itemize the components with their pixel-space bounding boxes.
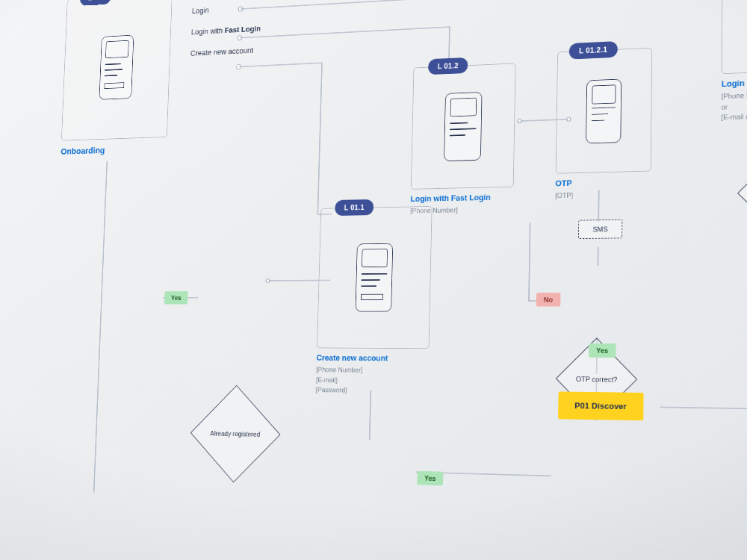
decision-already-registered: Already registered bbox=[192, 388, 279, 481]
badge: L 01.1 bbox=[335, 199, 374, 216]
screen-fields: [Phone Number] or [E-mail address] bbox=[721, 87, 747, 122]
yes-chip: Yes bbox=[164, 291, 188, 304]
option-create-account: Create new account bbox=[190, 46, 260, 57]
phone-icon bbox=[99, 35, 134, 100]
screen-title: Onboarding bbox=[61, 143, 176, 156]
phone-icon bbox=[586, 78, 622, 143]
screen-login: L 01.03 Login [Phone Number] or [E-mail … bbox=[721, 0, 747, 122]
svg-point-5 bbox=[266, 279, 270, 283]
screen-title: Login bbox=[722, 75, 747, 89]
screen-fast-login: L 01.2 Login with Fast Login [Phone Numb… bbox=[410, 63, 521, 216]
screen-title: Create new account bbox=[317, 353, 434, 364]
screen-title: OTP bbox=[555, 176, 656, 188]
phone-icon bbox=[356, 243, 394, 312]
sms-node: SMS bbox=[578, 223, 622, 234]
badge: L 01.2.1 bbox=[569, 41, 618, 60]
decision-email-valid: E-mail and password are valid? bbox=[740, 153, 747, 232]
screen-fields: [Phone Number] [E-mail] [Password] bbox=[315, 364, 433, 396]
screen-fields: [OTP] bbox=[555, 188, 656, 201]
option-fast-login: Login with Fast Login bbox=[191, 24, 261, 37]
screen-title: Login with Fast Login bbox=[410, 192, 518, 203]
badge-onboarding: L 0.1 bbox=[80, 0, 111, 6]
badge: L 01.2 bbox=[428, 57, 468, 75]
screen-create-account: L 01.1 Create new account [Phone Number]… bbox=[315, 206, 437, 396]
option-login: Login bbox=[192, 2, 261, 15]
yes-chip: Yes bbox=[589, 343, 616, 358]
target-discover: P01 Discover bbox=[558, 399, 643, 412]
screen-onboarding: L 0.1 Onboarding bbox=[61, 0, 182, 156]
yes-chip: Yes bbox=[417, 471, 443, 486]
no-chip: No bbox=[536, 293, 560, 307]
option-list: Login Login with Fast Login Create new a… bbox=[190, 2, 261, 70]
screen-otp: L 01.2.1 OTP [OTP] bbox=[555, 47, 657, 201]
phone-icon bbox=[444, 92, 482, 161]
